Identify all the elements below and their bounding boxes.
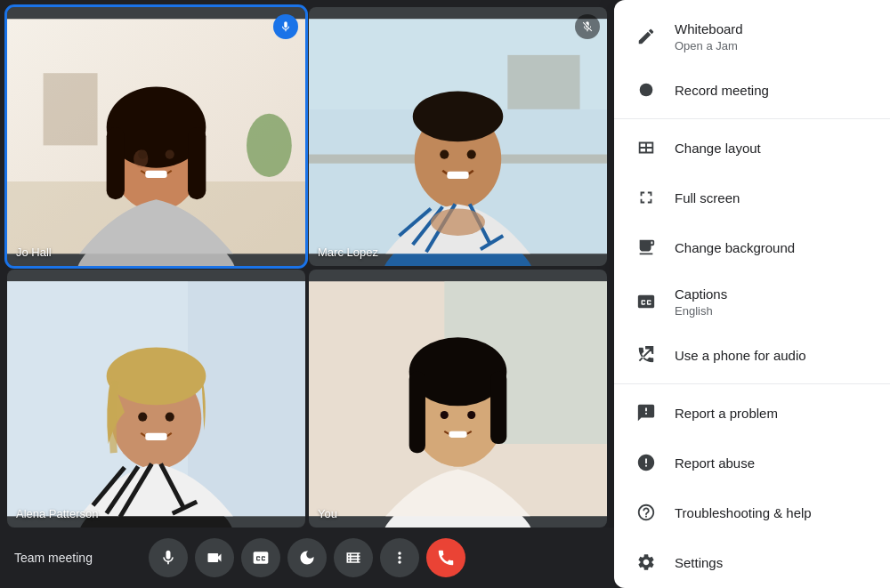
svg-point-21 — [413, 91, 504, 141]
svg-point-22 — [440, 149, 449, 158]
svg-point-39 — [166, 412, 174, 421]
svg-rect-8 — [107, 127, 125, 199]
captions-text: Captions English — [675, 285, 727, 318]
layout-icon — [635, 137, 657, 158]
record-icon — [635, 79, 657, 101]
svg-point-23 — [467, 149, 476, 158]
record-text: Record meeting — [675, 81, 769, 100]
troubleshooting-text: Troubleshooting & help — [675, 503, 812, 522]
menu-item-phone-audio[interactable]: Use a phone for audio — [614, 330, 890, 380]
main-container: Jo Hall — [0, 0, 890, 588]
background-icon — [635, 237, 657, 258]
menu-item-report-abuse[interactable]: Report abuse — [614, 438, 890, 487]
record-label: Record meeting — [675, 81, 769, 100]
change-background-label: Change background — [675, 238, 795, 257]
svg-rect-24 — [447, 172, 468, 179]
participant-name-you: You — [318, 507, 337, 520]
dropdown-menu: Whiteboard Open a Jam Record meeting — [614, 0, 890, 588]
svg-point-37 — [107, 347, 206, 405]
video-cell-alena: Alena Patterson — [7, 270, 305, 528]
svg-point-30 — [431, 208, 485, 235]
phone-audio-text: Use a phone for audio — [675, 346, 806, 365]
layout-button[interactable] — [334, 538, 373, 577]
captions-sublabel: English — [675, 304, 727, 318]
svg-point-3 — [247, 114, 292, 177]
change-layout-text: Change layout — [675, 139, 761, 157]
help-icon — [635, 502, 657, 523]
settings-icon — [635, 552, 657, 573]
report-abuse-label: Report abuse — [675, 454, 755, 472]
svg-rect-52 — [409, 371, 425, 452]
svg-rect-40 — [145, 432, 166, 439]
menu-item-captions[interactable]: Captions English — [614, 272, 890, 330]
phone-audio-label: Use a phone for audio — [675, 346, 806, 365]
menu-item-change-layout[interactable]: Change layout — [614, 123, 890, 173]
captions-label: Captions — [675, 285, 727, 303]
svg-point-57 — [640, 84, 653, 97]
video-area: Jo Hall — [0, 0, 614, 588]
mic-button[interactable] — [149, 538, 188, 577]
bottom-bar: Team meeting — [0, 528, 614, 588]
svg-rect-53 — [490, 371, 506, 443]
participant-name-marc: Marc Lopez — [318, 246, 378, 259]
svg-rect-56 — [449, 431, 466, 437]
divider-1 — [614, 118, 890, 119]
captions-button[interactable] — [241, 538, 280, 577]
svg-rect-9 — [188, 127, 206, 199]
fullscreen-label: Full screen — [675, 189, 740, 207]
camera-button[interactable] — [195, 538, 234, 577]
fullscreen-text: Full screen — [675, 189, 740, 207]
menu-item-fullscreen[interactable]: Full screen — [614, 173, 890, 222]
video-cell-marc: Marc Lopez — [309, 7, 607, 266]
menu-item-whiteboard[interactable]: Whiteboard Open a Jam — [614, 7, 890, 65]
svg-rect-2 — [44, 73, 98, 145]
captions-icon — [635, 291, 657, 312]
report-problem-text: Report a problem — [675, 404, 778, 423]
meeting-title: Team meeting — [14, 551, 93, 565]
report-abuse-icon — [635, 452, 657, 473]
effects-button[interactable] — [287, 538, 327, 577]
participant-name-alena: Alena Patterson — [16, 507, 99, 520]
whiteboard-label: Whiteboard — [675, 20, 743, 38]
menu-item-record[interactable]: Record meeting — [614, 65, 890, 115]
settings-text: Settings — [675, 553, 723, 572]
menu-item-settings[interactable]: Settings — [614, 537, 890, 587]
svg-point-11 — [138, 149, 147, 158]
svg-rect-16 — [507, 55, 579, 109]
whiteboard-sublabel: Open a Jam — [675, 39, 743, 52]
participant-name-jo: Jo Hall — [16, 246, 52, 259]
pencil-icon — [635, 26, 657, 47]
whiteboard-text: Whiteboard Open a Jam — [675, 20, 743, 52]
report-problem-icon — [635, 402, 657, 423]
troubleshooting-label: Troubleshooting & help — [675, 503, 812, 522]
end-call-button[interactable] — [426, 538, 465, 577]
menu-item-report-problem[interactable]: Report a problem — [614, 388, 890, 438]
report-problem-label: Report a problem — [675, 404, 778, 423]
video-cell-jo: Jo Hall — [7, 7, 305, 266]
more-options-button[interactable] — [380, 538, 419, 577]
settings-label: Settings — [675, 553, 723, 572]
change-layout-label: Change layout — [675, 139, 761, 157]
fullscreen-icon — [635, 187, 657, 208]
divider-2 — [614, 383, 890, 384]
svg-point-54 — [441, 410, 449, 418]
svg-point-55 — [467, 410, 475, 418]
mic-muted-badge-marc — [575, 14, 600, 39]
menu-item-change-background[interactable]: Change background — [614, 222, 890, 272]
phone-audio-icon — [635, 344, 657, 366]
active-mic-badge-jo — [273, 14, 298, 39]
controls-center — [149, 538, 465, 577]
svg-point-38 — [138, 412, 147, 421]
svg-rect-13 — [145, 171, 166, 178]
menu-item-troubleshooting[interactable]: Troubleshooting & help — [614, 487, 890, 537]
change-background-text: Change background — [675, 238, 795, 257]
report-abuse-text: Report abuse — [675, 454, 755, 472]
video-cell-you: You — [309, 270, 607, 528]
svg-point-12 — [166, 149, 174, 158]
video-grid: Jo Hall — [0, 0, 614, 528]
